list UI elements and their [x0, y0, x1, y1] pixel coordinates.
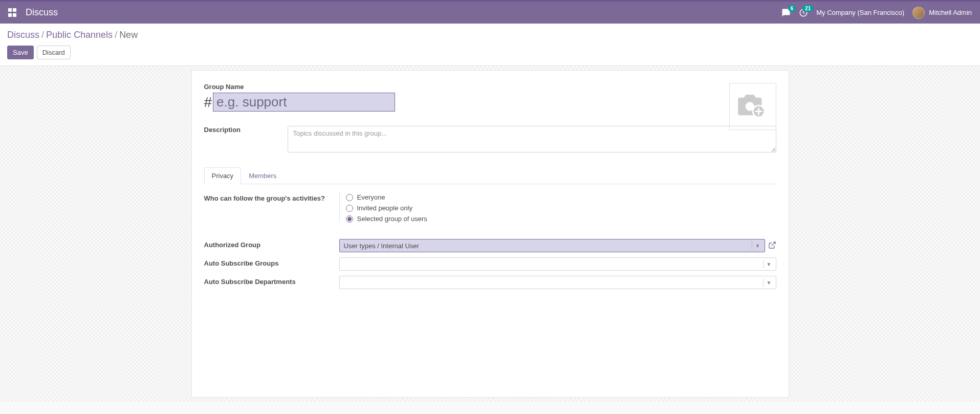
chevron-down-icon: ▼ — [752, 242, 760, 250]
activities-icon[interactable]: 21 — [799, 8, 808, 17]
apps-icon[interactable] — [8, 8, 17, 17]
breadcrumb-separator: / — [41, 30, 44, 40]
chevron-down-icon: ▼ — [763, 278, 772, 287]
chevron-down-icon: ▼ — [763, 260, 772, 268]
radio-invited-label: Invited people only — [357, 204, 412, 212]
user-menu[interactable]: Mitchell Admin — [912, 7, 972, 19]
authorized-group-label: Authorized Group — [204, 239, 339, 249]
user-name: Mitchell Admin — [929, 9, 972, 16]
breadcrumb-discuss[interactable]: Discuss — [7, 30, 39, 40]
external-link-icon[interactable] — [768, 241, 776, 251]
radio-selected-input[interactable] — [346, 215, 353, 223]
breadcrumb-public-channels[interactable]: Public Channels — [46, 30, 113, 40]
radio-invited[interactable]: Invited people only — [346, 204, 776, 212]
main-header: Discuss 6 21 My Company (San Francisco) … — [0, 0, 980, 24]
avatar — [912, 7, 925, 19]
tab-members[interactable]: Members — [241, 167, 284, 184]
company-selector[interactable]: My Company (San Francisco) — [816, 9, 904, 16]
app-title[interactable]: Discuss — [26, 7, 58, 18]
page-header: Discuss / Public Channels / New Save Dis… — [0, 24, 980, 66]
group-name-input[interactable] — [213, 93, 395, 112]
message-count-badge: 6 — [788, 5, 796, 12]
authorized-group-select[interactable]: User types / Internal User ▼ — [339, 239, 765, 252]
hash-prefix: # — [204, 94, 212, 111]
image-upload[interactable] — [729, 83, 776, 130]
authorized-group-value: User types / Internal User — [344, 242, 419, 250]
content-area: Group Name # Description Privacy Members… — [0, 66, 980, 402]
messages-icon[interactable]: 6 — [781, 8, 791, 17]
radio-selected-label: Selected group of users — [357, 215, 427, 223]
radio-everyone-label: Everyone — [357, 193, 385, 201]
discard-button[interactable]: Discard — [37, 46, 71, 59]
description-label: Description — [204, 126, 288, 150]
who-radio-group: Everyone Invited people only Selected gr… — [339, 192, 776, 223]
auto-subscribe-groups-label: Auto Subscribe Groups — [204, 257, 339, 267]
breadcrumb: Discuss / Public Channels / New — [7, 30, 973, 40]
breadcrumb-current: New — [119, 30, 138, 40]
tab-privacy[interactable]: Privacy — [204, 167, 242, 184]
tabs: Privacy Members — [204, 167, 776, 184]
auto-subscribe-groups-select[interactable]: ▼ — [339, 257, 776, 271]
radio-selected[interactable]: Selected group of users — [346, 215, 776, 223]
radio-everyone-input[interactable] — [346, 194, 353, 201]
save-button[interactable]: Save — [7, 46, 34, 59]
group-name-label: Group Name — [204, 83, 776, 91]
auto-subscribe-depts-label: Auto Subscribe Departments — [204, 276, 339, 286]
who-can-follow-label: Who can follow the group's activities? — [204, 192, 339, 202]
activity-count-badge: 21 — [802, 5, 813, 12]
auto-subscribe-depts-select[interactable]: ▼ — [339, 276, 776, 289]
description-input[interactable] — [288, 126, 776, 152]
radio-invited-input[interactable] — [346, 205, 353, 212]
form-sheet: Group Name # Description Privacy Members… — [191, 70, 789, 398]
radio-everyone[interactable]: Everyone — [346, 193, 776, 201]
breadcrumb-separator: / — [115, 30, 117, 40]
